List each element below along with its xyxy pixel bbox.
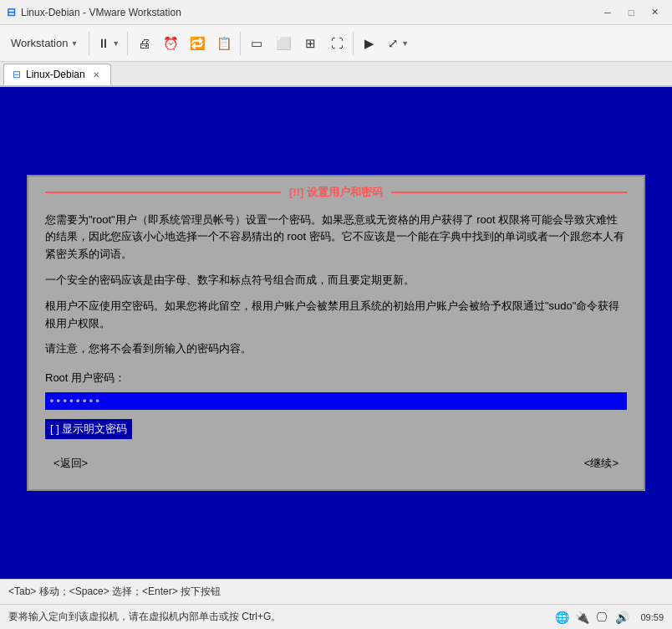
toolbar-separator-4 [353,32,354,55]
tab-label: Linux-Debian [26,69,85,80]
continue-button[interactable]: <继续> [576,454,627,473]
title-controls: ─ □ ✕ [597,4,665,21]
toolbar-separator-3 [240,32,241,55]
full-screen-icon: ⬜ [276,36,292,51]
tab-vm-icon: ⊟ [13,69,21,80]
dialog-title: [!!] 设置用户和密码 [281,185,391,200]
status-bar: <Tab> 移动；<Space> 选择；<Enter> 按下按钮 [0,579,672,604]
status-text: <Tab> 移动；<Space> 选择；<Enter> 按下按钮 [8,585,221,599]
dialog-title-bar: [!!] 设置用户和密码 [45,185,627,200]
windowed-button[interactable]: ▭ [244,29,269,58]
toolbar: Workstation ▼ ⏸ ▼ 🖨 ⏰ 🔁 📋 ▭ ⬜ ⊞ ⛶ ▶ ⤢ ▼ [0,25,672,62]
snapshot-manager-icon: 📋 [216,36,232,51]
title-text: Linux-Debian - VMware Workstation [21,7,181,18]
screenshot-icon: 🖨 [138,36,150,50]
snapshot-manager-button[interactable]: 📋 [211,29,237,58]
toolbar-separator-1 [89,32,89,55]
usb-icon[interactable]: 🔌 [573,609,590,626]
show-password-checkbox[interactable]: [ ] 显示明文密码 [45,419,132,440]
stretch-icon: ⛶ [331,36,344,50]
screenshot-button[interactable]: 🖨 [131,29,156,58]
vmware-logo: ⊟ [7,6,16,18]
pause-button[interactable]: ⏸ ▼ [93,29,124,58]
dialog-buttons: <返回> <继续> [45,454,627,473]
close-button[interactable]: ✕ [644,4,665,21]
bottom-bar: 要将输入定向到该虚拟机，请在虚拟机内部单击或按 Ctrl+G。 🌐 🔌 🖵 🔊 … [0,604,672,629]
password-input[interactable] [45,392,627,410]
snapshot-button[interactable]: ⏰ [158,29,183,58]
audio-icon[interactable]: 🔊 [613,609,630,626]
main-content[interactable]: [!!] 设置用户和密码 您需要为"root"用户（即系统管理员帐号）设置一个密… [0,87,672,579]
resize-icon: ⤢ [388,36,399,51]
title-bar: ⊟ Linux-Debian - VMware Workstation ─ □ … [0,0,672,25]
unity-button[interactable]: ⊞ [298,29,323,58]
revert-icon: 🔁 [190,36,206,51]
full-screen-button[interactable]: ⬜ [271,29,296,58]
tab-close-button[interactable]: ✕ [90,69,102,80]
display-icon[interactable]: 🖵 [593,609,610,626]
pause-icon: ⏸ [97,36,109,50]
dialog-body: 您需要为"root"用户（即系统管理员帐号）设置一个密码。如果恶意或无资格的用户… [45,212,627,473]
dialog-paragraph-2: 一个安全的密码应该是由字母、数字和标点符号组合而成，而且要定期更新。 [45,272,627,289]
revert-button[interactable]: 🔁 [185,29,210,58]
dialog-paragraph-1: 您需要为"root"用户（即系统管理员帐号）设置一个密码。如果恶意或无资格的用户… [45,212,627,263]
back-button[interactable]: <返回> [45,454,96,473]
dialog-paragraph-3: 根用户不应使用空密码。如果您将此留空，根用户账户会被禁用且系统的初始用户账户会被… [45,298,627,333]
workstation-menu-button[interactable]: Workstation ▼ [3,29,85,58]
resize-dropdown-arrow: ▼ [401,39,409,48]
pause-dropdown-arrow: ▼ [112,39,120,48]
dialog-paragraph-4: 请注意，您将不会看到所输入的密码内容。 [45,340,627,358]
password-label: Root 用户密码： [45,370,627,387]
workstation-label: Workstation [11,37,68,49]
title-left: ⊟ Linux-Debian - VMware Workstation [7,6,181,18]
bottom-icons: 🌐 🔌 🖵 🔊 09:59 [553,609,664,626]
network-icon[interactable]: 🌐 [553,609,570,626]
resize-button[interactable]: ⤢ ▼ [384,29,413,58]
dialog-box: [!!] 设置用户和密码 您需要为"root"用户（即系统管理员帐号）设置一个密… [27,175,645,492]
system-clock: 09:59 [640,612,664,622]
tab-bar: ⊟ Linux-Debian ✕ [0,62,672,87]
toolbar-separator-2 [127,32,128,55]
windowed-icon: ▭ [251,36,262,51]
snapshot-icon: ⏰ [163,36,179,51]
console-button[interactable]: ▶ [357,29,382,58]
unity-icon: ⊞ [305,36,316,51]
restore-button[interactable]: □ [620,4,642,21]
stretch-button[interactable]: ⛶ [324,29,349,58]
console-icon: ▶ [364,36,374,51]
bottom-text: 要将输入定向到该虚拟机，请在虚拟机内部单击或按 Ctrl+G。 [8,610,281,624]
workstation-dropdown-arrow: ▼ [70,39,78,48]
minimize-button[interactable]: ─ [597,4,619,21]
show-password-label: [ ] 显示明文密码 [50,421,127,438]
tab-linux-debian[interactable]: ⊟ Linux-Debian ✕ [3,64,111,85]
